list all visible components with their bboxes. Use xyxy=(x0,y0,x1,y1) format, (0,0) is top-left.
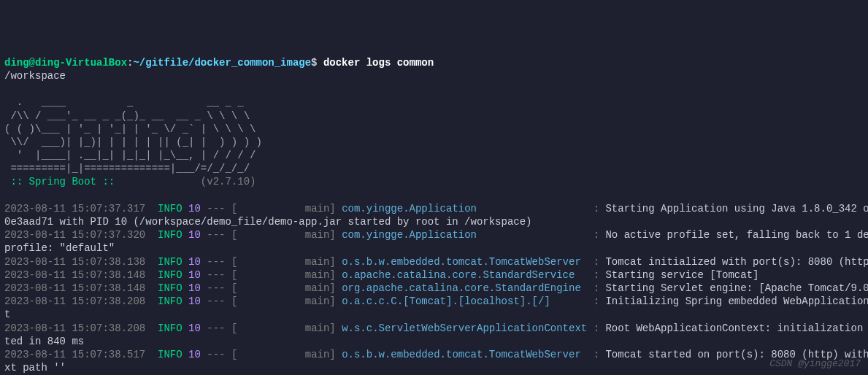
log-pid: 10 xyxy=(188,295,201,307)
log-bracket-close: ] xyxy=(329,256,335,268)
log-colon: : xyxy=(594,203,599,214)
log-continuation: 0e3aad71 with PID 10 (/workspace/demo_fi… xyxy=(4,216,532,228)
log-colon: : xyxy=(594,322,599,334)
log-timestamp: 2023-08-11 15:07:37.317 xyxy=(4,203,145,214)
log-continuation: t xyxy=(4,309,10,320)
log-dashes: --- xyxy=(207,322,225,334)
log-pid: 10 xyxy=(188,203,201,214)
output-workspace: /workspace xyxy=(4,70,66,82)
log-message: Initializing Spring embedded WebApplicat… xyxy=(605,295,868,307)
log-bracket-close: ] xyxy=(329,229,335,241)
log-level: INFO xyxy=(158,256,183,268)
log-dashes: --- xyxy=(207,269,225,281)
log-message: Starting service [Tomcat] xyxy=(605,269,758,281)
log-dashes: --- xyxy=(207,349,225,360)
log-pid: 10 xyxy=(188,322,201,334)
log-timestamp: 2023-08-11 15:07:38.208 xyxy=(4,322,145,334)
log-timestamp: 2023-08-11 15:07:38.148 xyxy=(4,269,145,281)
log-logger: o.a.c.c.C.[Tomcat].[localhost].[/] xyxy=(342,295,587,307)
log-timestamp: 2023-08-11 15:07:38.517 xyxy=(4,349,145,360)
log-timestamp: 2023-08-11 15:07:37.320 xyxy=(4,229,145,241)
log-message: Starting Application using Java 1.8.0_34… xyxy=(605,203,868,214)
log-logger: org.apache.catalina.core.StandardEngine xyxy=(342,282,587,294)
log-bracket-close: ] xyxy=(329,269,335,281)
log-dashes: --- xyxy=(207,229,225,241)
terminal-output: ding@ding-VirtualBox:~/gitfile/docker_co… xyxy=(4,56,864,375)
log-dashes: --- xyxy=(207,256,225,268)
log-colon: : xyxy=(594,229,599,241)
log-level: INFO xyxy=(158,322,183,334)
log-continuation: ted in 840 ms xyxy=(4,336,84,347)
log-pid: 10 xyxy=(188,349,201,360)
log-logger: o.apache.catalina.core.StandardService xyxy=(342,269,587,281)
log-bracket-close: ] xyxy=(329,349,335,360)
prompt-user: ding xyxy=(4,57,29,69)
prompt-path: ~/gitfile/docker_common_image xyxy=(133,57,311,69)
command-input[interactable]: docker logs common xyxy=(323,57,434,69)
watermark: CSDN @yingge2017 xyxy=(769,358,861,371)
log-message: Root WebApplicationContext: initializati… xyxy=(605,322,868,334)
prompt-host: ding-VirtualBox xyxy=(35,57,127,69)
log-pid: 10 xyxy=(188,282,201,294)
log-colon: : xyxy=(594,282,599,294)
log-pid: 10 xyxy=(188,256,201,268)
log-thread: main xyxy=(237,295,329,307)
spring-ascii-banner: . ____ _ __ _ _ /\\ / ___'_ __ _ _(_)_ _… xyxy=(4,96,262,174)
log-logger: com.yingge.Application xyxy=(342,229,587,241)
log-logger: w.s.c.ServletWebServerApplicationContext xyxy=(342,322,587,334)
log-dashes: --- xyxy=(207,203,225,214)
log-timestamp: 2023-08-11 15:07:38.138 xyxy=(4,256,145,268)
log-continuation: profile: "default" xyxy=(4,242,115,254)
log-logger: com.yingge.Application xyxy=(342,203,587,214)
log-level: INFO xyxy=(158,349,183,360)
log-thread: main xyxy=(237,256,329,268)
log-message: Tomcat initialized with port(s): 8080 (h… xyxy=(605,256,868,268)
log-bracket-close: ] xyxy=(329,203,335,214)
prompt-dollar: $ xyxy=(311,57,317,69)
spring-version: (v2.7.10) xyxy=(121,176,256,188)
log-thread: main xyxy=(237,282,329,294)
log-logger: o.s.b.w.embedded.tomcat.TomcatWebServer xyxy=(342,256,587,268)
log-dashes: --- xyxy=(207,295,225,307)
log-bracket-close: ] xyxy=(329,282,335,294)
log-colon: : xyxy=(594,349,599,360)
log-thread: main xyxy=(237,203,329,214)
log-logger: o.s.b.w.embedded.tomcat.TomcatWebServer xyxy=(342,349,587,360)
log-thread: main xyxy=(237,349,329,360)
log-level: INFO xyxy=(158,269,183,281)
log-timestamp: 2023-08-11 15:07:38.208 xyxy=(4,295,145,307)
log-pid: 10 xyxy=(188,229,201,241)
log-thread: main xyxy=(237,269,329,281)
log-pid: 10 xyxy=(188,269,201,281)
log-colon: : xyxy=(594,269,599,281)
log-output: 2023-08-11 15:07:37.317 INFO 10 --- [ ma… xyxy=(4,202,864,375)
log-colon: : xyxy=(594,295,599,307)
log-thread: main xyxy=(237,322,329,334)
log-bracket-close: ] xyxy=(329,322,335,334)
log-colon: : xyxy=(594,256,599,268)
log-continuation: xt path '' xyxy=(4,362,66,374)
log-message: Starting Servlet engine: [Apache Tomcat/… xyxy=(605,282,868,294)
log-bracket-close: ] xyxy=(329,295,335,307)
log-level: INFO xyxy=(158,295,183,307)
spring-boot-label: :: Spring Boot :: xyxy=(4,176,121,188)
log-timestamp: 2023-08-11 15:07:38.148 xyxy=(4,282,145,294)
log-thread: main xyxy=(237,229,329,241)
prompt-at: @ xyxy=(29,57,35,69)
log-level: INFO xyxy=(158,203,183,214)
log-level: INFO xyxy=(158,229,183,241)
log-level: INFO xyxy=(158,282,183,294)
log-message: No active profile set, falling back to 1… xyxy=(605,229,868,241)
log-dashes: --- xyxy=(207,282,225,294)
